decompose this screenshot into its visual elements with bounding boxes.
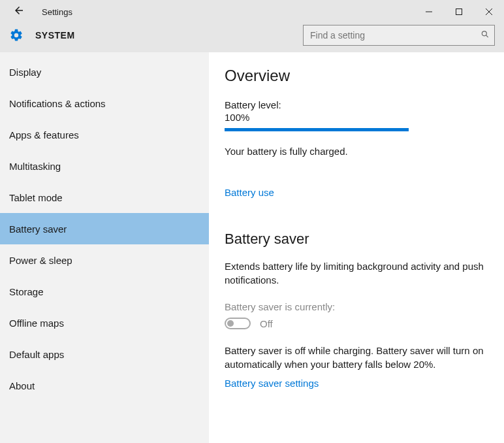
battery-level-value: 100% [225,112,488,123]
sidebar: DisplayNotifications & actionsApps & fea… [0,52,209,443]
sidebar-item-label: Default apps [9,349,64,360]
maximize-icon [456,8,462,15]
search-input[interactable] [303,25,495,46]
sidebar-item-label: Offline maps [9,318,64,329]
maximize-button[interactable] [444,0,474,24]
gear-icon [9,28,24,42]
sidebar-item-power-sleep[interactable]: Power & sleep [0,244,209,276]
sidebar-item-label: Storage [9,286,44,297]
minimize-button[interactable] [414,0,444,24]
battery-progress-bar [225,128,409,131]
content: Overview Battery level: 100% Your batter… [209,52,504,443]
window-controls [414,0,504,24]
arrow-left-icon [13,5,25,16]
sidebar-item-label: Notifications & actions [9,98,106,109]
battery-saver-toggle[interactable] [225,318,251,329]
battery-saver-note: Battery saver is off while charging. Bat… [225,344,488,371]
title-bar: Settings [0,0,504,24]
sidebar-item-notifications-actions[interactable]: Notifications & actions [0,88,209,119]
sidebar-item-label: Power & sleep [9,255,72,266]
window-title: Settings [42,7,72,17]
back-button[interactable] [13,5,29,20]
overview-heading: Overview [225,67,488,85]
sidebar-item-default-apps[interactable]: Default apps [0,338,209,370]
sidebar-item-storage[interactable]: Storage [0,276,209,307]
svg-rect-1 [456,9,462,15]
header: SYSTEM [0,24,504,52]
sidebar-item-label: Battery saver [9,223,67,235]
system-label: SYSTEM [35,30,75,41]
battery-status: Your battery is fully charged. [225,146,488,157]
sidebar-item-apps-features[interactable]: Apps & features [0,119,209,150]
sidebar-item-label: Display [9,67,41,78]
battery-saver-description: Extends battery life by limiting backgro… [225,259,488,287]
sidebar-item-label: Apps & features [9,129,79,140]
battery-saver-currently-label: Battery saver is currently: [225,301,488,312]
battery-use-link[interactable]: Battery use [225,187,274,198]
sidebar-item-multitasking[interactable]: Multitasking [0,150,209,182]
sidebar-item-label: About [9,380,35,391]
sidebar-item-display[interactable]: Display [0,56,209,88]
sidebar-item-about[interactable]: About [0,370,209,401]
sidebar-item-label: Multitasking [9,161,61,172]
minimize-icon [426,8,432,15]
close-button[interactable] [474,0,504,24]
sidebar-item-label: Tablet mode [9,192,63,203]
sidebar-item-battery-saver[interactable]: Battery saver [0,213,209,244]
sidebar-item-offline-maps[interactable]: Offline maps [0,307,209,338]
battery-level-label: Battery level: [225,99,488,110]
battery-saver-settings-link[interactable]: Battery saver settings [225,378,319,389]
battery-saver-heading: Battery saver [225,231,488,248]
close-icon [486,8,492,15]
toggle-knob [227,320,234,327]
battery-saver-toggle-label: Off [260,318,273,329]
sidebar-item-tablet-mode[interactable]: Tablet mode [0,182,209,213]
